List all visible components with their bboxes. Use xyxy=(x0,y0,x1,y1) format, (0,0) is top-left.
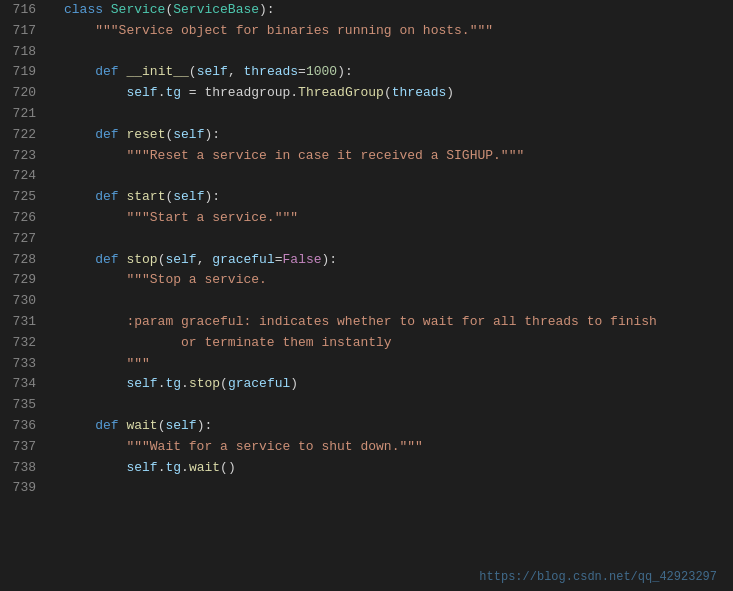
code-line xyxy=(64,478,733,499)
code-line xyxy=(64,229,733,250)
code-content: class Service(ServiceBase): """Service o… xyxy=(48,0,733,591)
line-number: 724 xyxy=(8,166,36,187)
line-number: 733 xyxy=(8,354,36,375)
line-number: 729 xyxy=(8,270,36,291)
line-number: 734 xyxy=(8,374,36,395)
line-number: 728 xyxy=(8,250,36,271)
code-editor: 7167177187197207217227237247257267277287… xyxy=(0,0,733,591)
line-number: 737 xyxy=(8,437,36,458)
code-line: class Service(ServiceBase): xyxy=(64,0,733,21)
code-line: def reset(self): xyxy=(64,125,733,146)
line-number: 718 xyxy=(8,42,36,63)
code-line: """Reset a service in case it received a… xyxy=(64,146,733,167)
code-line: """Stop a service. xyxy=(64,270,733,291)
code-line xyxy=(64,291,733,312)
watermark: https://blog.csdn.net/qq_42923297 xyxy=(479,568,717,587)
line-number: 730 xyxy=(8,291,36,312)
code-line: self.tg.wait() xyxy=(64,458,733,479)
line-number: 739 xyxy=(8,478,36,499)
code-line: or terminate them instantly xyxy=(64,333,733,354)
line-number: 719 xyxy=(8,62,36,83)
line-numbers: 7167177187197207217227237247257267277287… xyxy=(0,0,48,591)
line-number: 716 xyxy=(8,0,36,21)
code-line: """Start a service.""" xyxy=(64,208,733,229)
code-line: """ xyxy=(64,354,733,375)
code-line xyxy=(64,395,733,416)
code-line: self.tg = threadgroup.ThreadGroup(thread… xyxy=(64,83,733,104)
line-number: 717 xyxy=(8,21,36,42)
line-number: 731 xyxy=(8,312,36,333)
line-number: 723 xyxy=(8,146,36,167)
code-line xyxy=(64,104,733,125)
code-line: def wait(self): xyxy=(64,416,733,437)
line-number: 722 xyxy=(8,125,36,146)
code-line: :param graceful: indicates whether to wa… xyxy=(64,312,733,333)
code-line xyxy=(64,42,733,63)
code-line xyxy=(64,166,733,187)
line-number: 726 xyxy=(8,208,36,229)
code-line: self.tg.stop(graceful) xyxy=(64,374,733,395)
code-line: """Service object for binaries running o… xyxy=(64,21,733,42)
line-number: 735 xyxy=(8,395,36,416)
code-line: def start(self): xyxy=(64,187,733,208)
line-number: 736 xyxy=(8,416,36,437)
line-number: 720 xyxy=(8,83,36,104)
code-line: def __init__(self, threads=1000): xyxy=(64,62,733,83)
line-number: 727 xyxy=(8,229,36,250)
line-number: 738 xyxy=(8,458,36,479)
line-number: 725 xyxy=(8,187,36,208)
code-line: """Wait for a service to shut down.""" xyxy=(64,437,733,458)
line-number: 721 xyxy=(8,104,36,125)
line-number: 732 xyxy=(8,333,36,354)
code-line: def stop(self, graceful=False): xyxy=(64,250,733,271)
